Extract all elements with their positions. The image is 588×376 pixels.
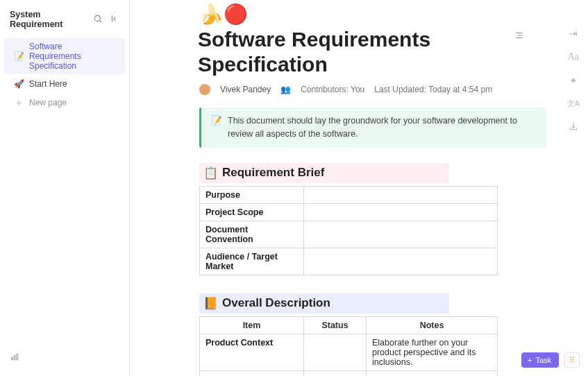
right-toolbar: ⇥ Aa ✦ 文A [567,28,580,133]
table-row: Product ContextElaborate further on your… [200,334,498,370]
section-heading-overall[interactable]: 📙 Overall Description [199,293,449,314]
last-updated-block: Last Updated: Today at 4:54 pm [374,85,492,94]
author-name: Vivek Pandey [220,85,271,94]
translate-icon[interactable]: 文A [567,99,580,109]
section-emoji: 📙 [203,296,218,311]
col-notes: Notes [367,316,498,334]
sidebar: System Requirement 📝 Software Requiremen… [0,0,130,376]
sidebar-item-start-here[interactable]: 🚀 Start Here [4,76,125,92]
task-label: Task [535,356,551,364]
svg-line-1 [100,20,102,22]
task-button[interactable]: + Task [521,352,559,368]
font-icon[interactable]: Aa [567,51,580,62]
col-item: Item [200,316,304,334]
collapse-icon[interactable] [110,14,119,26]
sidebar-bottom-icon[interactable] [0,346,129,369]
last-updated-label: Last Updated: [374,85,426,94]
table-header-row: Item Status Notes [200,316,498,334]
sidebar-item-label: Start Here [29,79,67,89]
meta-sep: 👥 [280,85,291,94]
callout-text: This document should lay the groundwork … [228,114,537,141]
cover-emoji[interactable]: 🍌🔴 [199,3,546,26]
document-main: 🍌🔴 Software Requirements Specification V… [130,0,588,376]
expand-icon[interactable]: ⇥ [567,28,580,39]
contributors-block: Contributors: You [301,85,364,94]
svg-rect-3 [11,357,12,360]
requirement-brief-table[interactable]: Purpose Project Scope Document Conventio… [199,186,498,275]
page-icon: 📝 [14,51,24,61]
svg-point-0 [94,15,100,21]
workspace-title: System Requirement [10,10,93,29]
last-updated-value: Today at 4:54 pm [428,85,492,94]
table-row: Product FeatureDescribe the product char… [200,370,498,376]
svg-rect-5 [17,354,18,360]
section-emoji: 📋 [203,166,218,180]
table-row: Purpose [200,186,498,203]
col-status: Status [304,316,367,334]
author-avatar[interactable] [199,84,210,95]
svg-rect-4 [14,356,15,360]
page-icon: 🚀 [14,79,24,89]
apps-button[interactable]: ⠿ [564,352,580,368]
export-icon[interactable] [567,121,580,133]
section-title: Overall Description [222,296,330,310]
new-page-label: New page [29,98,67,108]
contributors-label: Contributors: [301,85,348,94]
table-row: Document Convention [200,221,498,248]
page-title[interactable]: Software Requirements Specification [198,27,546,77]
plus-icon: + [528,356,532,364]
callout-block[interactable]: 📝 This document should lay the groundwor… [199,108,546,148]
table-row: Audience / Target Market [200,248,498,275]
sidebar-new-page[interactable]: + New page [4,94,125,112]
overall-description-table[interactable]: Item Status Notes Product ContextElabora… [199,316,498,377]
ai-icon[interactable]: ✦ [567,75,580,86]
plus-icon: + [14,97,24,108]
sidebar-item-srs[interactable]: 📝 Software Requirements Specification [4,38,125,74]
outline-toggle-icon[interactable] [514,31,524,42]
doc-meta: Vivek Pandey 👥 Contributors: You Last Up… [199,84,546,95]
sidebar-header: System Requirement [0,7,129,37]
callout-emoji: 📝 [211,114,222,141]
section-title: Requirement Brief [222,166,324,180]
search-icon[interactable] [93,14,103,26]
sidebar-item-label: Software Requirements Specification [29,42,115,71]
table-row: Project Scope [200,203,498,221]
section-heading-brief[interactable]: 📋 Requirement Brief [199,163,449,183]
contributors-value: You [351,85,364,94]
